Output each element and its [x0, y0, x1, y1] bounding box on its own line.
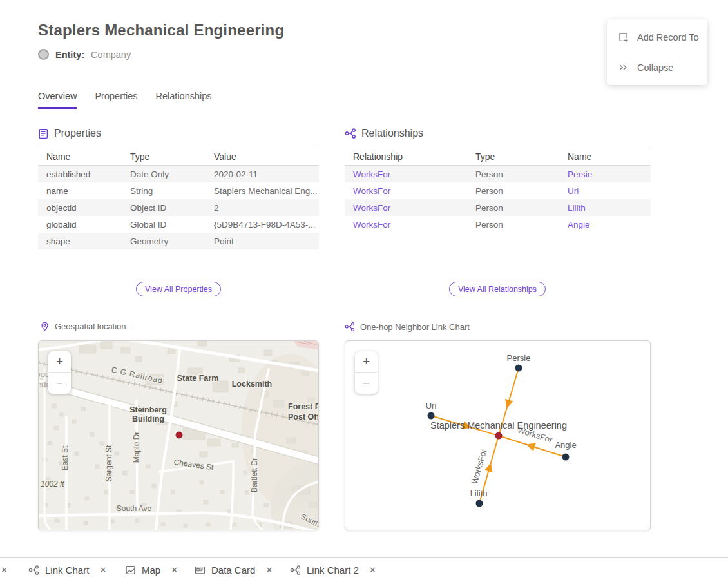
- workspace-tab-data-card[interactable]: Data Card ✕: [195, 558, 273, 582]
- relationship-link[interactable]: WorksFor: [345, 203, 467, 213]
- view-all-relationships-button[interactable]: View All Relationships: [449, 282, 546, 296]
- table-row: established Date Only 2020-02-11: [38, 166, 319, 182]
- onehop-section-title: One-hop Neighbor Link Chart: [360, 322, 470, 332]
- property-value: Point: [206, 237, 319, 246]
- node-label: Persie: [507, 353, 531, 363]
- add-record-icon: [618, 32, 629, 43]
- relationship-link[interactable]: WorksFor: [345, 170, 467, 179]
- properties-table-header: Name Type Value: [38, 148, 319, 166]
- workspace-tab-map[interactable]: Map ✕: [125, 558, 178, 582]
- property-name: established: [38, 170, 122, 179]
- table-row: name String Staplers Mechanical Eng...: [38, 182, 319, 199]
- relationship-link[interactable]: WorksFor: [345, 186, 467, 196]
- properties-section-title: Properties: [54, 128, 101, 139]
- chart-node-center[interactable]: [495, 432, 503, 440]
- collapse-icon: [618, 62, 629, 73]
- workspace-tab-link-chart[interactable]: Link Chart ✕: [28, 558, 106, 582]
- link-chart-panel[interactable]: WorksFor WorksFor Persie Uri Angie Lilit…: [345, 340, 651, 530]
- street-label: South Ave: [117, 504, 152, 513]
- map-canvas[interactable]: rbour opaedics C G Railroad State Farm L…: [39, 341, 319, 530]
- poi-label: State Farm: [177, 374, 219, 383]
- poi-label: Building: [132, 414, 164, 423]
- table-row: WorksFor Person Lilith: [345, 199, 651, 216]
- relationship-type: Person: [467, 220, 559, 229]
- tab-properties[interactable]: Properties: [95, 91, 137, 109]
- property-name: globalid: [38, 220, 122, 229]
- zoom-in-button[interactable]: +: [48, 351, 71, 373]
- entity-type-icon: [38, 49, 49, 60]
- entity-location-marker[interactable]: [176, 432, 182, 438]
- properties-table: Name Type Value established Date Only 20…: [38, 148, 319, 249]
- workspace-tab-label: Data Card: [211, 565, 255, 576]
- chart-node-lilith[interactable]: [476, 500, 483, 507]
- street-label: Bartlett Dr: [250, 458, 259, 492]
- relationship-type: Person: [467, 186, 559, 196]
- workspace-tab-label: Link Chart: [45, 565, 89, 576]
- map-pin-icon: [40, 322, 50, 331]
- properties-icon: [38, 128, 49, 139]
- tab-close-button[interactable]: ✕: [369, 565, 376, 575]
- zoom-in-button[interactable]: +: [355, 351, 378, 373]
- entity-data-card: Staplers Mechanical Engineering Entity: …: [0, 0, 728, 582]
- view-all-properties-button[interactable]: View All Properties: [136, 282, 221, 296]
- workspace-tab-link-chart-2[interactable]: Link Chart 2 ✕: [290, 558, 376, 582]
- link-chart-icon: [290, 565, 301, 576]
- related-entity-link[interactable]: Uri: [559, 186, 651, 196]
- relationship-type: Person: [467, 203, 559, 213]
- tab-close-button[interactable]: ✕: [171, 565, 178, 575]
- chart-node-persie[interactable]: [515, 365, 522, 372]
- property-value: 2020-02-11: [206, 170, 319, 179]
- poi-label: Forest Par: [288, 402, 319, 411]
- zoom-out-button[interactable]: −: [48, 373, 71, 394]
- center-node-label: Staplers Mechanical Engineering: [430, 420, 567, 431]
- menu-item-collapse[interactable]: Collapse: [607, 52, 707, 82]
- property-value: {5D9B4713-F98D-4A53-...: [206, 220, 319, 229]
- related-entity-link[interactable]: Lilith: [559, 203, 651, 213]
- entity-value: Company: [91, 50, 131, 60]
- property-name: name: [38, 186, 122, 196]
- street-label: Sargent St: [104, 445, 113, 481]
- chart-node-uri[interactable]: [428, 412, 435, 420]
- scale-label: 1002 ft: [41, 480, 64, 489]
- relationship-link[interactable]: WorksFor: [345, 220, 467, 229]
- menu-item-label: Collapse: [637, 63, 673, 73]
- workspace-tab-label: Link Chart 2: [307, 565, 359, 576]
- related-entity-link[interactable]: Persie: [559, 170, 651, 179]
- relationships-table-header: Relationship Type Name: [345, 148, 651, 166]
- data-card-icon: [195, 565, 206, 576]
- tab-relationships[interactable]: Relationships: [156, 91, 212, 109]
- onehop-section-header: One-hop Neighbor Link Chart: [345, 322, 470, 332]
- node-label: Uri: [426, 401, 437, 411]
- map-icon: [125, 565, 136, 576]
- street-label: Maple Dr: [132, 432, 141, 463]
- map-zoom-control: + −: [48, 351, 71, 394]
- property-value: 2: [206, 203, 319, 213]
- table-row: WorksFor Person Angie: [345, 216, 651, 233]
- property-name: objectid: [38, 203, 122, 213]
- link-chart-icon: [345, 322, 355, 332]
- clipped-tab-close-button[interactable]: ✕: [1, 558, 8, 582]
- node-label: Angie: [555, 440, 576, 450]
- workspace-tab-label: Map: [142, 565, 160, 576]
- relationships-icon: [345, 128, 356, 139]
- tab-close-button[interactable]: ✕: [265, 565, 273, 575]
- tab-overview[interactable]: Overview: [38, 91, 77, 109]
- table-row: shape Geometry Point: [38, 233, 319, 249]
- zoom-out-button[interactable]: −: [355, 373, 378, 394]
- tab-close-button[interactable]: ✕: [99, 565, 106, 575]
- link-chart-canvas[interactable]: WorksFor WorksFor Persie Uri Angie Lilit…: [345, 341, 651, 530]
- column-header: Type: [467, 151, 559, 162]
- relationships-table: Relationship Type Name WorksFor Person P…: [345, 148, 651, 233]
- table-row: WorksFor Person Persie: [345, 166, 651, 182]
- workspace-tab-bar: ✕ Link Chart ✕ Map ✕: [0, 557, 728, 582]
- related-entity-link[interactable]: Angie: [559, 220, 651, 229]
- chart-node-angie[interactable]: [562, 454, 570, 461]
- column-header: Name: [559, 151, 651, 162]
- column-header: Type: [122, 151, 206, 162]
- card-tabs: Overview Properties Relationships: [38, 91, 212, 109]
- menu-item-label: Add Record To: [637, 32, 699, 43]
- menu-item-add-record-to[interactable]: Add Record To: [607, 22, 707, 52]
- entity-type-row: Entity: Company: [38, 49, 131, 60]
- property-value: Staplers Mechanical Eng...: [206, 186, 319, 196]
- map-panel[interactable]: rbour opaedics C G Railroad State Farm L…: [38, 340, 319, 530]
